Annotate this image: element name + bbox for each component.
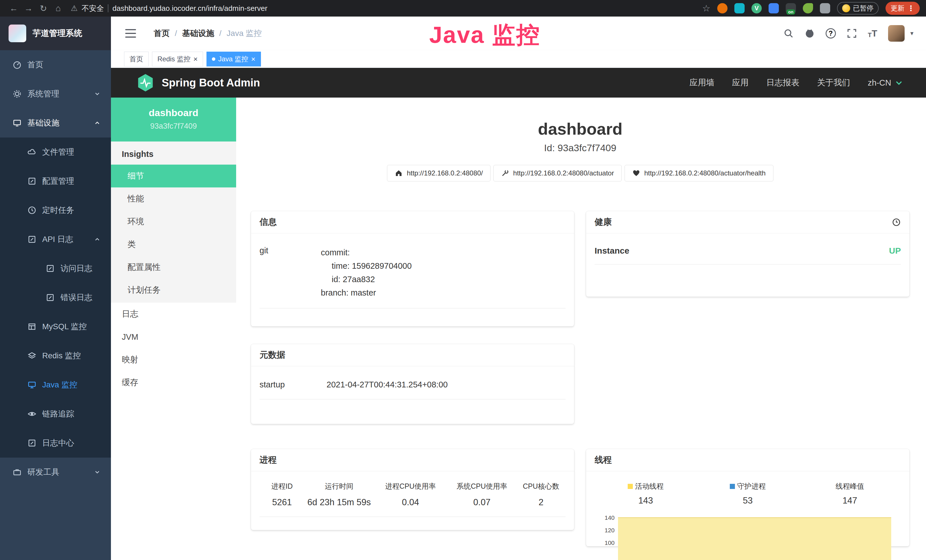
help-icon[interactable]: ?	[826, 28, 836, 38]
breadcrumb-home[interactable]: 首页	[154, 28, 170, 39]
chevron-up-icon	[94, 236, 101, 243]
sidebar-item-scheduled-jobs[interactable]: 定时任务	[0, 196, 111, 225]
sba-menu-logs[interactable]: 日志	[111, 303, 236, 325]
hamburger-icon[interactable]	[125, 29, 136, 38]
sidebar-item-log-center[interactable]: 日志中心	[0, 428, 111, 458]
avatar-caret-icon[interactable]: ▾	[910, 30, 914, 37]
sba-menu-caches[interactable]: 缓存	[111, 371, 236, 394]
user-avatar[interactable]	[888, 25, 905, 42]
sba-menu-scheduled-tasks[interactable]: 计划任务	[111, 279, 236, 301]
tags-view-bar: 首页 Redis 监控 × Java 监控 ×	[111, 50, 926, 68]
instance-subtitle: Id: 93a3fc7f7409	[251, 142, 909, 153]
browser-update-button[interactable]: 更新 ⋮	[885, 2, 920, 15]
search-icon[interactable]	[784, 28, 794, 38]
sba-menu-environment[interactable]: 环境	[111, 210, 236, 233]
sidebar-item-file-mgmt[interactable]: 文件管理	[0, 138, 111, 166]
instance-header[interactable]: dashboard 93a3fc7f7409	[111, 98, 236, 141]
sba-menu-mappings[interactable]: 映射	[111, 348, 236, 371]
sba-nav-wallboard[interactable]: 应用墙	[690, 77, 714, 88]
history-icon[interactable]	[892, 218, 901, 227]
address-bar[interactable]: ⚠ 不安全 dashboard.yudao.iocoder.cn/infra/a…	[71, 3, 268, 14]
legend-live-label: 活动线程	[635, 481, 664, 491]
threads-chart-plot	[618, 513, 901, 546]
sba-menu-jvm[interactable]: JVM	[111, 325, 236, 348]
chevron-down-icon	[895, 79, 903, 87]
close-icon[interactable]: ×	[194, 55, 198, 63]
sidebar-item-api-logs[interactable]: API 日志	[0, 225, 111, 254]
info-card-body: git commit: time: 1596289704000 id: 27aa…	[251, 233, 574, 309]
process-col-label: 进程CPU使用率	[374, 481, 448, 491]
extension-leaf-icon[interactable]	[803, 3, 813, 14]
sba-nav-journal[interactable]: 日志报表	[766, 77, 799, 88]
sidebar-item-access-logs[interactable]: 访问日志	[0, 254, 111, 283]
sidebar-item-config-mgmt[interactable]: 配置管理	[0, 166, 111, 196]
sidebar-item-home[interactable]: 首页	[0, 50, 111, 79]
tab-label: 首页	[130, 54, 143, 64]
layers-icon	[27, 351, 36, 360]
close-icon[interactable]: ×	[251, 55, 256, 63]
extension-v-icon[interactable]: V	[752, 3, 762, 14]
git-key: git	[260, 246, 321, 300]
extension-fox-icon[interactable]	[717, 3, 728, 14]
sidebar-item-mysql-monitor[interactable]: MySQL 监控	[0, 312, 111, 341]
toolbox-icon	[12, 468, 22, 477]
sba-nav-applications[interactable]: 应用	[732, 77, 749, 88]
chevron-up-icon	[94, 120, 101, 126]
sidebar-item-label: 定时任务	[42, 205, 74, 216]
sidebar-item-dev-tools[interactable]: 研发工具	[0, 458, 111, 487]
browser-forward-button[interactable]: →	[21, 3, 36, 13]
instance-url-button[interactable]: http://192.168.0.2:48080/	[387, 165, 490, 182]
extension-drop-icon[interactable]	[734, 3, 744, 14]
breadcrumb-infrastructure[interactable]: 基础设施	[182, 28, 214, 39]
card-row-2: 元数据 startup 2021-04-27T00:44:31.254+08:0…	[251, 344, 909, 424]
sidebar-item-label: 基础设施	[27, 118, 59, 129]
extension-on-badge: on	[787, 9, 795, 15]
startup-row: startup 2021-04-27T00:44:31.254+08:00	[260, 380, 566, 400]
extension-grid-icon[interactable]	[769, 3, 779, 14]
process-col-label: 运行时间	[304, 481, 374, 491]
health-url-button[interactable]: http://192.168.0.2:48080/actuator/health	[625, 165, 773, 182]
process-col-value: 2	[516, 497, 566, 507]
actuator-url-button[interactable]: http://192.168.0.2:48080/actuator	[493, 165, 622, 182]
browser-back-button[interactable]: ←	[6, 3, 21, 13]
sidebar-item-system-mgmt[interactable]: 系统管理	[0, 79, 111, 108]
extension-switch-icon[interactable]: on	[786, 3, 796, 14]
bookmark-star-icon[interactable]: ☆	[702, 3, 710, 14]
health-instance-label: Instance	[595, 246, 629, 256]
sba-menu-performance[interactable]: 性能	[111, 188, 236, 210]
browser-home-button[interactable]: ⌂	[51, 3, 66, 13]
health-icon	[632, 169, 640, 177]
sba-menu-classes[interactable]: 类	[111, 233, 236, 256]
tab-redis-monitor[interactable]: Redis 监控 ×	[152, 51, 203, 67]
sba-menu-details[interactable]: 细节	[111, 165, 236, 188]
sba-locale-dropdown[interactable]: zh-CN	[868, 78, 903, 88]
extensions-puzzle-icon[interactable]	[820, 3, 830, 14]
health-card: 健康 Instance UP	[586, 211, 909, 297]
live-threads-area	[618, 517, 891, 560]
sba-navbar: Spring Boot Admin 应用墙 应用 日志报表 关于我们 zh-CN	[111, 68, 926, 98]
fullscreen-icon[interactable]	[847, 28, 857, 38]
sba-menu-config-props[interactable]: 配置属性	[111, 256, 236, 279]
profile-emoji-icon	[842, 4, 850, 12]
metadata-card: 元数据 startup 2021-04-27T00:44:31.254+08:0…	[251, 344, 574, 424]
sidebar-item-infrastructure[interactable]: 基础设施	[0, 108, 111, 138]
health-card-title: 健康	[595, 216, 612, 228]
font-size-icon[interactable]: T T	[868, 28, 877, 39]
sidebar-item-tracing[interactable]: 链路追踪	[0, 400, 111, 428]
sidebar-item-label: 配置管理	[42, 176, 74, 186]
browser-refresh-button[interactable]: ↻	[36, 3, 51, 14]
app-logo[interactable]: 芋道管理系统	[0, 17, 111, 50]
tab-home[interactable]: 首页	[124, 51, 148, 67]
process-header-row: 进程ID 运行时间 进程CPU使用率 系统CPU使用率 CPU核心数	[260, 481, 566, 491]
tab-java-monitor[interactable]: Java 监控 ×	[206, 51, 261, 67]
github-icon[interactable]	[805, 28, 815, 38]
sidebar-item-error-logs[interactable]: 错误日志	[0, 283, 111, 312]
sidebar-item-redis-monitor[interactable]: Redis 监控	[0, 341, 111, 370]
sidebar-item-java-monitor[interactable]: Java 监控	[0, 370, 111, 400]
breadcrumb: 首页 / 基础设施 / Java 监控	[154, 28, 262, 39]
sba-nav-about[interactable]: 关于我们	[817, 77, 850, 88]
git-time-line: time: 1596289704000	[321, 259, 412, 273]
profile-paused-badge[interactable]: 已暂停	[837, 2, 879, 15]
sidebar-item-label: Java 监控	[42, 380, 77, 390]
git-commit-line: commit:	[321, 246, 412, 259]
